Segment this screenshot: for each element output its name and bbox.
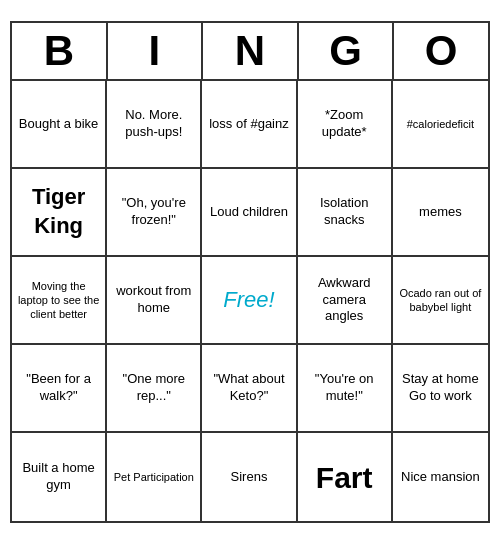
header-letter-G: G xyxy=(299,23,395,79)
bingo-cell-22: Sirens xyxy=(202,433,297,521)
bingo-cell-4: #caloriedeficit xyxy=(393,81,488,169)
bingo-cell-9: memes xyxy=(393,169,488,257)
bingo-cell-21: Pet Participation xyxy=(107,433,202,521)
bingo-cell-8: Isolation snacks xyxy=(298,169,393,257)
bingo-cell-3: *Zoom update* xyxy=(298,81,393,169)
bingo-cell-12: Free! xyxy=(202,257,297,345)
bingo-grid: Bought a bikeNo. More. push-ups!loss of … xyxy=(12,81,488,521)
bingo-cell-16: "One more rep..." xyxy=(107,345,202,433)
header-letter-O: O xyxy=(394,23,488,79)
bingo-cell-24: Nice mansion xyxy=(393,433,488,521)
bingo-cell-18: "You're on mute!" xyxy=(298,345,393,433)
bingo-cell-23: Fart xyxy=(298,433,393,521)
bingo-cell-13: Awkward camera angles xyxy=(298,257,393,345)
bingo-cell-10: Moving the laptop to see the client bett… xyxy=(12,257,107,345)
bingo-cell-1: No. More. push-ups! xyxy=(107,81,202,169)
bingo-cell-19: Stay at home Go to work xyxy=(393,345,488,433)
bingo-cell-6: "Oh, you're frozen!" xyxy=(107,169,202,257)
bingo-card: BINGO Bought a bikeNo. More. push-ups!lo… xyxy=(10,21,490,523)
header-letter-I: I xyxy=(108,23,204,79)
bingo-cell-15: "Been for a walk?" xyxy=(12,345,107,433)
bingo-cell-0: Bought a bike xyxy=(12,81,107,169)
bingo-cell-7: Loud children xyxy=(202,169,297,257)
bingo-cell-2: loss of #gainz xyxy=(202,81,297,169)
header-letter-B: B xyxy=(12,23,108,79)
bingo-cell-11: workout from home xyxy=(107,257,202,345)
bingo-cell-14: Ocado ran out of babybel light xyxy=(393,257,488,345)
header-letter-N: N xyxy=(203,23,299,79)
bingo-header: BINGO xyxy=(12,23,488,81)
bingo-cell-5: Tiger King xyxy=(12,169,107,257)
bingo-cell-20: Built a home gym xyxy=(12,433,107,521)
bingo-cell-17: "What about Keto?" xyxy=(202,345,297,433)
